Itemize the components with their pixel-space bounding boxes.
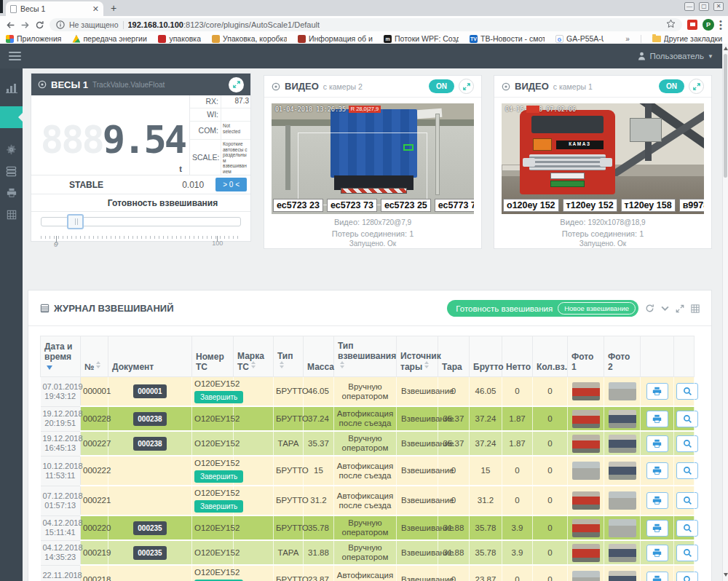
view-details-button[interactable] (676, 411, 698, 427)
sort-icon[interactable] (424, 361, 429, 368)
photo-1-thumbnail[interactable] (572, 519, 600, 537)
column-header[interactable]: Источник тары (397, 336, 438, 377)
column-header[interactable]: Марка ТС (234, 336, 274, 377)
new-tab-button[interactable]: + (111, 3, 116, 13)
photo-2-thumbnail[interactable] (609, 571, 636, 581)
view-details-button[interactable] (676, 572, 698, 581)
photo-2-thumbnail[interactable] (609, 382, 636, 400)
print-button[interactable] (646, 492, 668, 509)
table-row[interactable]: 19.12.201816:45:13000227000238О120ЕУ152Т… (41, 431, 695, 456)
bookmark-item[interactable]: mПотоки WPF: Созда (384, 34, 459, 43)
collapse-chevron-icon[interactable] (661, 306, 669, 311)
print-button[interactable] (646, 545, 668, 561)
photo-2-thumbnail[interactable] (609, 462, 636, 480)
sort-desc-icon[interactable] (47, 365, 52, 370)
new-weighing-button[interactable]: Новое взвешивание (558, 302, 636, 315)
photo-2-thumbnail[interactable] (609, 544, 636, 562)
extension-icon[interactable] (687, 20, 697, 30)
readiness-button[interactable]: Готовность взвешивания Новое взвешивание (447, 300, 638, 317)
document-badge[interactable]: 000238 (133, 412, 166, 426)
photo-1-thumbnail[interactable] (572, 462, 600, 480)
page-scrollbar[interactable] (722, 44, 728, 581)
address-bar[interactable]: Не защищено 192.168.10.100:8123/core/plu… (50, 18, 682, 31)
sort-icon[interactable] (280, 361, 284, 368)
finish-button[interactable]: Завершить (194, 391, 243, 403)
photo-1-thumbnail[interactable] (572, 382, 600, 400)
photo-2-thumbnail[interactable] (609, 519, 636, 537)
view-details-button[interactable] (676, 435, 698, 452)
photo-1-thumbnail[interactable] (572, 544, 600, 562)
video-feed-camera-1[interactable]: КАМАЗ 04-15-2018 07:02:06 о120еу 152т120… (502, 103, 704, 214)
reload-icon[interactable] (35, 20, 44, 30)
table-row[interactable]: 22.11.201806:33:21000218О120ЕУ152Заверши… (41, 565, 695, 581)
bookmark-item[interactable]: Упаковка, коробка д (212, 34, 287, 43)
profile-avatar[interactable]: P (703, 19, 714, 31)
document-badge[interactable]: 000235 (133, 546, 166, 560)
print-button[interactable] (646, 462, 668, 479)
bookmark-item[interactable]: TVТВ-Новости - смотр (470, 34, 545, 43)
close-icon[interactable]: ✕ (713, 2, 724, 11)
security-label[interactable]: Не защищено (69, 20, 119, 29)
scroll-up-icon[interactable] (724, 47, 728, 50)
table-row[interactable]: 04.12.201814:35:23000219000235О120ЕУ152Т… (41, 540, 695, 565)
print-button[interactable] (646, 383, 668, 400)
photo-1-thumbnail[interactable] (572, 571, 600, 581)
bookmark-item[interactable]: Приложения (6, 34, 61, 43)
print-button[interactable] (646, 411, 668, 427)
table-row[interactable]: 07.12.201801:57:13000221О120ЕУ152Заверши… (41, 486, 695, 515)
document-badge[interactable]: 000235 (133, 521, 166, 535)
zero-button[interactable]: > 0 < (215, 178, 247, 191)
grid-view-icon[interactable] (691, 304, 700, 313)
scroll-down-icon[interactable] (724, 573, 728, 577)
photo-1-thumbnail[interactable] (572, 491, 600, 510)
bookmarks-overflow-icon[interactable]: » (625, 35, 630, 43)
tab-close-icon[interactable]: ✕ (92, 5, 99, 13)
sort-icon[interactable] (251, 361, 256, 368)
other-bookmarks[interactable]: Другие закладки (652, 34, 722, 43)
column-header[interactable]: № (81, 336, 108, 377)
table-row[interactable]: 04.12.201815:11:41000220000235О120ЕУ152Б… (41, 515, 695, 540)
browser-tab[interactable]: Весы 1 ✕ (6, 1, 103, 16)
photo-2-thumbnail[interactable] (609, 435, 636, 453)
bookmark-item[interactable]: упаковка (158, 34, 201, 43)
bookmark-star-icon[interactable] (666, 18, 676, 31)
scrollbar-thumb[interactable] (724, 54, 727, 178)
slider-handle[interactable] (67, 214, 84, 229)
table-row[interactable]: 10.12.201811:53:11000222О120ЕУ152Заверши… (41, 456, 695, 486)
print-button[interactable] (646, 435, 668, 452)
sidebar-item-database[interactable] (0, 160, 23, 182)
maximize-icon[interactable]: ▢ (699, 2, 709, 11)
view-details-button[interactable] (676, 520, 698, 537)
view-details-button[interactable] (676, 492, 698, 509)
bookmark-item[interactable]: передача энергии б (72, 34, 147, 43)
document-badge[interactable]: 000238 (133, 437, 166, 451)
sidebar-item-print[interactable] (0, 182, 23, 204)
browser-menu-icon[interactable]: ••• (719, 20, 722, 31)
sidebar-item-dashboard[interactable] (0, 77, 23, 99)
photo-1-thumbnail[interactable] (572, 410, 600, 428)
photo-2-thumbnail[interactable] (609, 491, 636, 510)
sidebar-item-scales-active[interactable] (0, 106, 23, 128)
sort-icon[interactable] (340, 361, 344, 368)
refresh-icon[interactable] (645, 304, 654, 313)
hamburger-menu-icon[interactable] (9, 50, 21, 63)
view-details-button[interactable] (676, 545, 698, 561)
view-details-button[interactable] (676, 383, 698, 400)
column-header[interactable]: Дата и время (41, 336, 81, 377)
bookmark-item[interactable]: Информация об ис (298, 34, 373, 43)
weight-slider[interactable] (41, 217, 241, 226)
expand-button[interactable] (689, 79, 704, 94)
sidebar-item-journal[interactable] (0, 204, 23, 226)
sidebar-item-settings[interactable] (0, 138, 23, 160)
back-icon[interactable] (6, 20, 15, 30)
user-menu[interactable]: Пользователь ▼ (638, 52, 713, 60)
print-button[interactable] (646, 572, 668, 581)
photo-2-thumbnail[interactable] (609, 410, 636, 428)
expand-button[interactable] (229, 77, 244, 92)
fullscreen-icon[interactable] (676, 304, 684, 313)
table-row[interactable]: 19.12.201820:19:51000228000238О120ЕУ152Б… (41, 406, 695, 431)
document-badge[interactable]: 000001 (133, 384, 166, 398)
view-details-button[interactable] (676, 462, 698, 479)
finish-button[interactable]: Завершить (194, 500, 243, 513)
url-text[interactable]: 192.168.10.100:8123/core/plugins/AutoSca… (128, 20, 320, 29)
